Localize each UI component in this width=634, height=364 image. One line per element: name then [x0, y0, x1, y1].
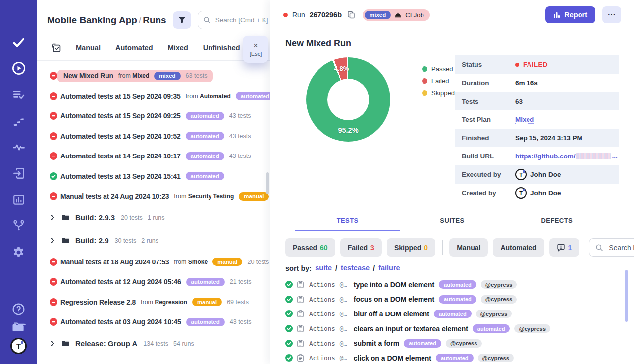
folder-row[interactable]: Build: 2.9.3 20 tests 1 runs [37, 207, 270, 229]
tab-suites[interactable]: SUITES [400, 217, 504, 231]
filter-manual[interactable]: Manual [449, 238, 488, 257]
ci-job-pill[interactable]: mixed CI Job [363, 9, 430, 21]
title-search-box [589, 238, 634, 257]
failed-status-icon [50, 258, 57, 266]
sort-by-failure[interactable]: failure [378, 264, 400, 272]
run-row[interactable]: Automated tests at 14 Sep 2024 10:52 aut… [37, 126, 270, 147]
pulse-icon[interactable] [11, 140, 26, 154]
sidebar-bottom: T [10, 302, 27, 354]
test-row[interactable]: Actions @… click on a DOM element automa… [285, 351, 619, 364]
run-tests-count: 63 tests [186, 72, 208, 79]
filter-automated[interactable]: Automated [493, 238, 544, 257]
run-type-badge: manual [192, 298, 222, 306]
title-search-input[interactable] [608, 243, 634, 252]
analytics-icon[interactable] [11, 193, 26, 207]
run-row[interactable]: Automated tests at 15 Sep 2024 09:25 aut… [37, 106, 270, 126]
chevron-right-icon[interactable] [50, 215, 55, 220]
copy-icon[interactable] [346, 10, 356, 20]
filter-comments[interactable]: 1 [549, 238, 580, 257]
help-icon[interactable] [11, 302, 26, 316]
sort-by-suite[interactable]: suite [315, 264, 332, 272]
chevron-right-icon[interactable] [50, 341, 55, 346]
run-row[interactable]: Automated tests at 12 Aug 2024 05:46 aut… [37, 272, 270, 292]
passed-status-icon [285, 340, 293, 347]
test-suite: Actions [309, 325, 335, 332]
tab-tests[interactable]: TESTS [295, 217, 400, 231]
run-tests-count: 69 tests [227, 299, 249, 306]
run-filter-tabs: Manual Automated Mixed Unfinished [37, 29, 270, 61]
run-tests-count: 43 tests [229, 112, 251, 119]
test-row[interactable]: Actions @… blur off a DOM element automa… [285, 307, 619, 321]
tab-unfinished[interactable]: Unfinished [203, 44, 240, 52]
folder-row[interactable]: Release: Group A 134 tests 54 runs [37, 332, 270, 355]
app-logo[interactable]: T [10, 338, 27, 354]
select-runs-icon[interactable] [51, 43, 61, 52]
legend-item-failed: Failed [422, 77, 455, 85]
left-scrollbar-thumb[interactable] [266, 172, 269, 194]
passed-status-icon [285, 310, 293, 317]
search-input[interactable] [214, 16, 270, 24]
runs-play-icon[interactable] [11, 61, 26, 75]
run-row[interactable]: Automated tests at 14 Sep 2024 10:17 aut… [37, 146, 270, 166]
run-row[interactable]: Automated tests at 03 Aug 2024 10:45 aut… [37, 312, 270, 332]
branch-icon[interactable] [11, 219, 26, 233]
test-row[interactable]: Actions @… clears an input or textarea e… [285, 321, 619, 336]
filter-button[interactable] [173, 11, 191, 29]
run-row[interactable]: Automated tests at 15 Sep 2024 09:35 fro… [37, 86, 270, 106]
filter-skipped[interactable]: Skipped0 [387, 238, 435, 257]
passed-status-icon [285, 354, 293, 362]
test-title: clears an input or textarea element [354, 325, 468, 333]
folder-runs-count: 2 runs [141, 237, 158, 244]
folder-row[interactable]: Build: 2.9 30 tests 2 runs [37, 229, 270, 252]
test-plan-link[interactable]: Mixed [515, 116, 534, 124]
test-type-badge: automated [439, 295, 476, 304]
project-name[interactable]: Mobile Banking App [47, 15, 137, 25]
more-button[interactable]: ··· [602, 6, 621, 23]
filter-passed[interactable]: Passed60 [285, 238, 335, 257]
sort-row: sort by: suite / testcase / failure [285, 264, 619, 272]
tests-icon[interactable] [11, 35, 26, 49]
build-url-link[interactable]: https://github.com/... [515, 153, 618, 160]
sign-in-icon[interactable] [11, 166, 26, 180]
failed-dot [515, 63, 519, 67]
mixed-badge: mixed [365, 11, 391, 19]
filter-failed[interactable]: Failed3 [340, 238, 382, 257]
tab-automated[interactable]: Automated [115, 44, 153, 52]
run-row[interactable]: Automated tests at 13 Sep 2024 15:41 aut… [37, 166, 270, 187]
info-row: Test Plan Mixed [455, 110, 619, 129]
funnel-icon [178, 17, 186, 24]
report-button[interactable]: Report [545, 6, 595, 23]
right-scrollbar-thumb[interactable] [625, 270, 628, 322]
esc-button[interactable]: × [Esc] [243, 36, 268, 63]
tab-mixed[interactable]: Mixed [168, 44, 188, 52]
test-row[interactable]: Actions @… type into a DOM element autom… [285, 277, 619, 292]
folder-icon [61, 214, 70, 221]
tab-manual[interactable]: Manual [76, 44, 101, 52]
run-row[interactable]: Manual tests at 18 Aug 2024 07:53 from S… [37, 252, 270, 272]
avatar: T [515, 187, 527, 199]
sort-by-testcase[interactable]: testcase [341, 264, 370, 272]
info-value: Sep 15, 2024 3:13 PM [515, 134, 582, 142]
steps-icon[interactable] [11, 114, 26, 128]
passed-dot [422, 66, 427, 72]
testcase-clipboard-icon [297, 340, 305, 347]
run-row[interactable]: Regression Release 2.8 from Regression m… [37, 292, 270, 312]
chevron-right-icon[interactable] [50, 238, 55, 243]
run-row[interactable]: New Mixed Run from Mixed mixed 63 tests [37, 66, 270, 86]
projects-folder-icon[interactable] [11, 320, 26, 333]
test-row[interactable]: Actions @… focus on a DOM element automa… [285, 292, 619, 307]
tab-defects[interactable]: DEFECTS [505, 217, 609, 231]
run-row-title: Automated tests at 14 Sep 2024 10:17 [60, 152, 181, 160]
menu-icon[interactable] [11, 12, 27, 23]
run-id: 2670296b [310, 11, 342, 19]
testcase-clipboard-icon [297, 325, 305, 332]
test-plans-icon[interactable] [11, 88, 26, 102]
info-row: Finished Sep 15, 2024 3:13 PM [455, 129, 619, 147]
run-row[interactable]: Manual tests at 24 Aug 2024 10:23 from S… [37, 186, 270, 207]
test-tag-badge: @cypress [476, 310, 512, 318]
test-row[interactable]: Actions @… submit a form automated @cypr… [285, 336, 619, 351]
settings-gear-icon[interactable] [11, 245, 26, 259]
run-source: from Security Testing [174, 193, 234, 200]
avatar: T [515, 169, 527, 180]
run-info-table: Status FAILED Duration 6m 16s Tests 63 T… [455, 55, 619, 202]
